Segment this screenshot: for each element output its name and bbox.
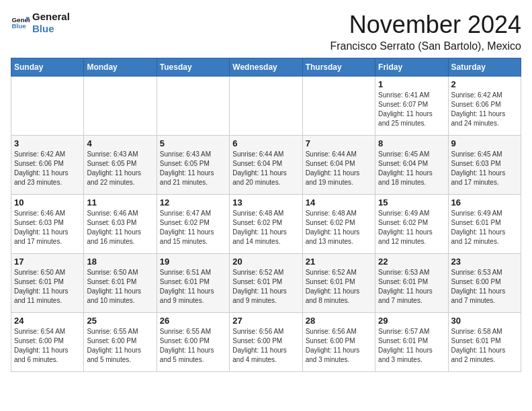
week-row-2: 3Sunrise: 6:42 AMSunset: 6:06 PMDaylight… [11,136,521,195]
header-tuesday: Tuesday [157,58,229,77]
day-number: 28 [306,316,372,326]
day-info: Sunrise: 6:46 AMSunset: 6:03 PMDaylight:… [14,209,81,246]
calendar-cell: 25Sunrise: 6:55 AMSunset: 6:00 PMDayligh… [84,313,157,372]
day-info: Sunrise: 6:53 AMSunset: 6:00 PMDaylight:… [451,268,518,306]
calendar-cell: 27Sunrise: 6:56 AMSunset: 6:00 PMDayligh… [230,313,302,372]
day-info: Sunrise: 6:47 AMSunset: 6:02 PMDaylight:… [160,209,226,246]
calendar-cell: 16Sunrise: 6:49 AMSunset: 6:01 PMDayligh… [448,195,521,254]
day-number: 27 [232,316,299,326]
calendar-cell: 12Sunrise: 6:47 AMSunset: 6:02 PMDayligh… [157,195,229,254]
day-info: Sunrise: 6:45 AMSunset: 6:04 PMDaylight:… [378,150,445,187]
header-sunday: Sunday [11,58,84,77]
week-row-5: 24Sunrise: 6:54 AMSunset: 6:00 PMDayligh… [11,313,521,372]
calendar-cell: 19Sunrise: 6:51 AMSunset: 6:01 PMDayligh… [157,254,229,313]
day-number: 13 [232,197,299,208]
month-title: November 2024 [330,11,521,39]
day-number: 10 [14,197,81,208]
day-info: Sunrise: 6:53 AMSunset: 6:01 PMDaylight:… [378,268,445,306]
calendar-cell: 1Sunrise: 6:41 AMSunset: 6:07 PMDaylight… [375,77,448,136]
day-number: 3 [14,138,81,148]
svg-text:Blue: Blue [11,22,26,30]
day-number: 24 [14,316,81,326]
day-info: Sunrise: 6:46 AMSunset: 6:03 PMDaylight:… [87,209,153,246]
calendar-cell [302,77,375,136]
day-info: Sunrise: 6:44 AMSunset: 6:04 PMDaylight:… [232,150,299,187]
day-number: 30 [451,316,518,326]
day-number: 16 [451,197,518,208]
day-info: Sunrise: 6:58 AMSunset: 6:01 PMDaylight:… [451,327,518,365]
day-number: 19 [160,257,226,267]
title-area: November 2024 Francisco Serrato (San Bar… [330,11,521,52]
calendar-cell: 26Sunrise: 6:55 AMSunset: 6:00 PMDayligh… [157,313,229,372]
day-number: 6 [232,138,299,148]
calendar-table: SundayMondayTuesdayWednesdayThursdayFrid… [11,58,521,372]
calendar-cell: 18Sunrise: 6:50 AMSunset: 6:01 PMDayligh… [84,254,157,313]
calendar-cell: 4Sunrise: 6:43 AMSunset: 6:05 PMDaylight… [84,136,157,195]
calendar-header: SundayMondayTuesdayWednesdayThursdayFrid… [11,58,521,77]
day-number: 29 [378,316,445,326]
logo-general: General [32,11,70,23]
calendar-cell: 24Sunrise: 6:54 AMSunset: 6:00 PMDayligh… [11,313,84,372]
day-number: 25 [87,316,153,326]
day-info: Sunrise: 6:42 AMSunset: 6:06 PMDaylight:… [14,150,81,187]
calendar-body: 1Sunrise: 6:41 AMSunset: 6:07 PMDaylight… [11,77,521,372]
calendar-cell: 13Sunrise: 6:48 AMSunset: 6:02 PMDayligh… [230,195,302,254]
day-info: Sunrise: 6:52 AMSunset: 6:01 PMDaylight:… [306,268,372,306]
day-number: 8 [378,138,445,148]
day-number: 23 [451,257,518,267]
day-info: Sunrise: 6:45 AMSunset: 6:03 PMDaylight:… [451,150,518,187]
day-info: Sunrise: 6:54 AMSunset: 6:00 PMDaylight:… [14,327,81,365]
calendar-cell: 10Sunrise: 6:46 AMSunset: 6:03 PMDayligh… [11,195,84,254]
calendar-cell [11,77,84,136]
day-info: Sunrise: 6:49 AMSunset: 6:02 PMDaylight:… [378,209,445,246]
day-info: Sunrise: 6:50 AMSunset: 6:01 PMDaylight:… [87,268,153,306]
day-number: 26 [160,316,226,326]
day-info: Sunrise: 6:48 AMSunset: 6:02 PMDaylight:… [232,209,299,246]
day-number: 20 [232,257,299,267]
day-info: Sunrise: 6:56 AMSunset: 6:00 PMDaylight:… [232,327,299,365]
calendar-cell: 11Sunrise: 6:46 AMSunset: 6:03 PMDayligh… [84,195,157,254]
calendar-cell: 5Sunrise: 6:43 AMSunset: 6:05 PMDaylight… [157,136,229,195]
day-info: Sunrise: 6:51 AMSunset: 6:01 PMDaylight:… [160,268,226,306]
day-info: Sunrise: 6:52 AMSunset: 6:01 PMDaylight:… [232,268,299,306]
calendar-cell [230,77,302,136]
calendar-cell: 20Sunrise: 6:52 AMSunset: 6:01 PMDayligh… [230,254,302,313]
calendar-cell: 30Sunrise: 6:58 AMSunset: 6:01 PMDayligh… [448,313,521,372]
calendar-cell: 7Sunrise: 6:44 AMSunset: 6:04 PMDaylight… [302,136,375,195]
day-number: 15 [378,197,445,208]
logo-icon: General Blue [11,13,30,32]
day-info: Sunrise: 6:57 AMSunset: 6:01 PMDaylight:… [378,327,445,365]
calendar-cell: 28Sunrise: 6:56 AMSunset: 6:00 PMDayligh… [302,313,375,372]
calendar-cell: 3Sunrise: 6:42 AMSunset: 6:06 PMDaylight… [11,136,84,195]
calendar-cell: 15Sunrise: 6:49 AMSunset: 6:02 PMDayligh… [375,195,448,254]
logo-blue: Blue [32,23,70,35]
header-saturday: Saturday [448,58,521,77]
week-row-1: 1Sunrise: 6:41 AMSunset: 6:07 PMDaylight… [11,77,521,136]
calendar-cell: 9Sunrise: 6:45 AMSunset: 6:03 PMDaylight… [448,136,521,195]
header-friday: Friday [375,58,448,77]
calendar-cell: 14Sunrise: 6:48 AMSunset: 6:02 PMDayligh… [302,195,375,254]
calendar-cell [84,77,157,136]
day-info: Sunrise: 6:43 AMSunset: 6:05 PMDaylight:… [160,150,226,187]
day-number: 4 [87,138,153,148]
logo: General Blue General Blue [11,11,70,35]
day-number: 14 [306,197,372,208]
page-header: General Blue General Blue November 2024 … [11,11,521,52]
day-number: 17 [14,257,81,267]
day-info: Sunrise: 6:42 AMSunset: 6:06 PMDaylight:… [451,91,518,128]
header-wednesday: Wednesday [230,58,302,77]
calendar-cell [157,77,229,136]
day-number: 12 [160,197,226,208]
day-info: Sunrise: 6:44 AMSunset: 6:04 PMDaylight:… [306,150,372,187]
calendar-cell: 23Sunrise: 6:53 AMSunset: 6:00 PMDayligh… [448,254,521,313]
calendar-cell: 6Sunrise: 6:44 AMSunset: 6:04 PMDaylight… [230,136,302,195]
header-thursday: Thursday [302,58,375,77]
calendar-cell: 2Sunrise: 6:42 AMSunset: 6:06 PMDaylight… [448,77,521,136]
day-info: Sunrise: 6:49 AMSunset: 6:01 PMDaylight:… [451,209,518,246]
day-info: Sunrise: 6:50 AMSunset: 6:01 PMDaylight:… [14,268,81,306]
day-number: 21 [306,257,372,267]
location-title: Francisco Serrato (San Bartolo), Mexico [330,40,521,52]
day-info: Sunrise: 6:55 AMSunset: 6:00 PMDaylight:… [160,327,226,365]
week-row-3: 10Sunrise: 6:46 AMSunset: 6:03 PMDayligh… [11,195,521,254]
day-number: 2 [451,79,518,89]
